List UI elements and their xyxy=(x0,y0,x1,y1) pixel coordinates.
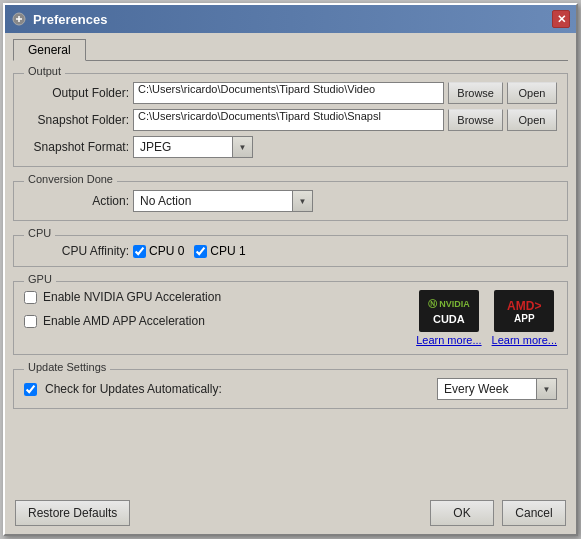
tab-general[interactable]: General xyxy=(13,39,86,61)
dialog-title: Preferences xyxy=(33,12,107,27)
action-row: Action: No Action xyxy=(24,190,557,212)
snapshot-format-label: Snapshot Format: xyxy=(24,140,129,154)
title-bar: Preferences ✕ xyxy=(5,5,576,33)
action-value: No Action xyxy=(134,194,292,208)
footer-right: OK Cancel xyxy=(430,500,566,526)
preferences-dialog: Preferences ✕ General Output Output Fold… xyxy=(3,3,578,536)
amd-checkbox-label: Enable AMD APP Acceleration xyxy=(24,314,406,328)
close-button[interactable]: ✕ xyxy=(552,10,570,28)
snapshot-browse-button[interactable]: Browse xyxy=(448,109,503,131)
output-folder-field[interactable]: C:\Users\ricardo\Documents\Tipard Studio… xyxy=(133,82,444,104)
cancel-button[interactable]: Cancel xyxy=(502,500,566,526)
update-section-label: Update Settings xyxy=(24,361,110,373)
restore-defaults-button[interactable]: Restore Defaults xyxy=(15,500,130,526)
gpu-section: GPU Enable NVIDIA GPU Acceleration Enabl… xyxy=(13,281,568,355)
amd-logo-top: AMD> xyxy=(507,299,541,313)
cpu-section-label: CPU xyxy=(24,227,55,239)
update-frequency-value: Every Week xyxy=(438,382,536,396)
tab-bar: General xyxy=(13,39,568,61)
amd-checkbox[interactable] xyxy=(24,315,37,328)
cpu-section: CPU CPU Affinity: CPU 0 CPU 1 xyxy=(13,235,568,267)
nvidia-checkbox-label: Enable NVIDIA GPU Acceleration xyxy=(24,290,406,304)
dialog-footer: Restore Defaults OK Cancel xyxy=(5,494,576,534)
nvidia-logo-top: Ⓝ NVIDIA xyxy=(428,298,470,311)
snapshot-folder-row: Snapshot Folder: C:\Users\ricardo\Docume… xyxy=(24,109,557,131)
snapshot-format-row: Snapshot Format: JPEG xyxy=(24,136,557,158)
cpu1-label: CPU 1 xyxy=(210,244,245,258)
ok-button[interactable]: OK xyxy=(430,500,494,526)
action-select[interactable]: No Action xyxy=(133,190,313,212)
snapshot-format-arrow[interactable] xyxy=(232,137,252,157)
conversion-section: Conversion Done Action: No Action xyxy=(13,181,568,221)
nvidia-checkbox[interactable] xyxy=(24,291,37,304)
output-folder-row: Output Folder: C:\Users\ricardo\Document… xyxy=(24,82,557,104)
output-folder-label: Output Folder: xyxy=(24,86,129,100)
gpu-logos: Ⓝ NVIDIA CUDA Learn more... AMD> APP Lea… xyxy=(416,290,557,346)
cpu-affinity-label: CPU Affinity: xyxy=(24,244,129,258)
nvidia-logo-bottom: CUDA xyxy=(433,313,465,325)
amd-logo: AMD> APP xyxy=(494,290,554,332)
nvidia-label: Enable NVIDIA GPU Acceleration xyxy=(43,290,221,304)
update-row: Check for Updates Automatically: Every W… xyxy=(24,378,557,400)
cpu0-checkbox[interactable] xyxy=(133,245,146,258)
cpu1-checkbox[interactable] xyxy=(194,245,207,258)
update-checkbox[interactable] xyxy=(24,383,37,396)
gpu-content: Enable NVIDIA GPU Acceleration Enable AM… xyxy=(24,290,557,346)
output-browse-button[interactable]: Browse xyxy=(448,82,503,104)
output-section: Output Output Folder: C:\Users\ricardo\D… xyxy=(13,73,568,167)
nvidia-logo: Ⓝ NVIDIA CUDA xyxy=(419,290,479,332)
update-frequency-arrow[interactable] xyxy=(536,379,556,399)
cpu0-checkbox-label: CPU 0 xyxy=(133,244,184,258)
snapshot-folder-label: Snapshot Folder: xyxy=(24,113,129,127)
action-label: Action: xyxy=(24,194,129,208)
cpu-affinity-row: CPU Affinity: CPU 0 CPU 1 xyxy=(24,244,557,258)
nvidia-learn-link[interactable]: Learn more... xyxy=(416,334,481,346)
output-section-label: Output xyxy=(24,65,65,77)
cpu1-checkbox-label: CPU 1 xyxy=(194,244,245,258)
update-section: Update Settings Check for Updates Automa… xyxy=(13,369,568,409)
gpu-checkboxes: Enable NVIDIA GPU Acceleration Enable AM… xyxy=(24,290,406,346)
action-arrow[interactable] xyxy=(292,191,312,211)
conversion-section-label: Conversion Done xyxy=(24,173,117,185)
dialog-body: General Output Output Folder: C:\Users\r… xyxy=(5,33,576,494)
output-open-button[interactable]: Open xyxy=(507,82,557,104)
nvidia-logo-box: Ⓝ NVIDIA CUDA Learn more... xyxy=(416,290,481,346)
cpu0-label: CPU 0 xyxy=(149,244,184,258)
snapshot-folder-field[interactable]: C:\Users\ricardo\Documents\Tipard Studio… xyxy=(133,109,444,131)
update-frequency-select[interactable]: Every Week xyxy=(437,378,557,400)
update-check-label: Check for Updates Automatically: xyxy=(45,382,429,396)
gpu-section-label: GPU xyxy=(24,273,56,285)
dialog-icon xyxy=(11,11,27,27)
snapshot-open-button[interactable]: Open xyxy=(507,109,557,131)
snapshot-format-select[interactable]: JPEG xyxy=(133,136,253,158)
amd-learn-link[interactable]: Learn more... xyxy=(492,334,557,346)
snapshot-format-value: JPEG xyxy=(134,140,232,154)
amd-logo-box: AMD> APP Learn more... xyxy=(492,290,557,346)
amd-logo-bottom: APP xyxy=(514,313,535,324)
amd-label: Enable AMD APP Acceleration xyxy=(43,314,205,328)
logo-row: Ⓝ NVIDIA CUDA Learn more... AMD> APP Lea… xyxy=(416,290,557,346)
